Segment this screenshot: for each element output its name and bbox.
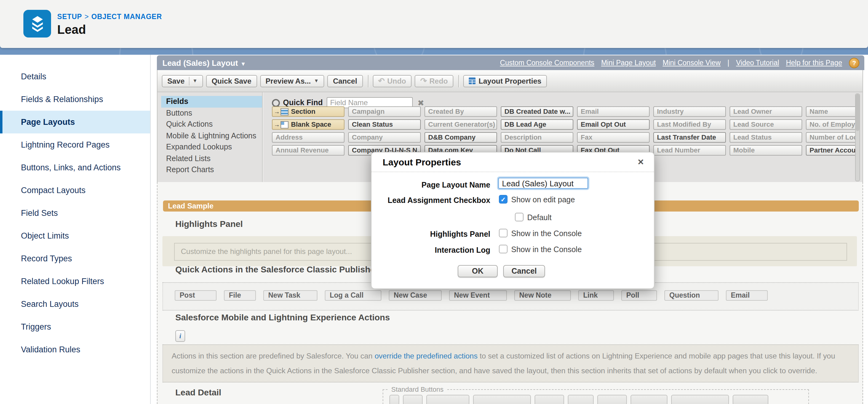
quick-action-post[interactable]: Post bbox=[175, 290, 217, 301]
field-item[interactable]: Name bbox=[806, 106, 856, 117]
scrollbar-thumb[interactable] bbox=[856, 94, 859, 131]
sidebar-item-fields-relationships[interactable]: Fields & Relationships bbox=[0, 88, 150, 111]
mini-page-layout-link[interactable]: Mini Page Layout bbox=[601, 59, 656, 66]
standard-button[interactable] bbox=[597, 395, 627, 404]
standard-button[interactable] bbox=[390, 395, 399, 404]
show-on-edit-page-checkbox[interactable]: ✓ bbox=[499, 195, 507, 204]
sidebar-item-validation-rules[interactable]: Validation Rules bbox=[0, 338, 150, 361]
field-item[interactable]: Number of Locatio bbox=[806, 132, 856, 143]
field-item[interactable]: Current Generator(s) bbox=[425, 119, 497, 130]
ok-button[interactable]: OK bbox=[458, 265, 498, 277]
standard-button[interactable] bbox=[568, 395, 594, 404]
page-layout-name-input[interactable] bbox=[498, 178, 588, 189]
field-item[interactable]: Lead Status bbox=[730, 132, 802, 143]
standard-button[interactable] bbox=[534, 395, 564, 404]
palette-category-related-lists[interactable]: Related Lists bbox=[161, 153, 262, 164]
standard-button[interactable] bbox=[630, 395, 668, 404]
field-item-blank-space[interactable]: →Blank Space bbox=[272, 119, 344, 130]
palette-category-fields[interactable]: Fields bbox=[161, 96, 262, 107]
standard-button[interactable] bbox=[426, 395, 469, 404]
sidebar-item-record-types[interactable]: Record Types bbox=[0, 247, 150, 270]
sidebar-item-buttons-links-actions[interactable]: Buttons, Links, and Actions bbox=[0, 156, 150, 179]
info-icon[interactable]: i bbox=[175, 330, 185, 342]
field-item[interactable]: Lead Source bbox=[730, 119, 802, 130]
custom-console-components-link[interactable]: Custom Console Components bbox=[500, 59, 594, 66]
layout-properties-button[interactable]: Layout Properties bbox=[463, 75, 547, 87]
field-item[interactable]: Annual Revenue bbox=[272, 145, 344, 156]
quick-action-file[interactable]: File bbox=[224, 290, 256, 301]
field-item[interactable]: Lead Number bbox=[653, 145, 726, 156]
sidebar-item-field-sets[interactable]: Field Sets bbox=[0, 202, 150, 224]
field-item[interactable]: Description bbox=[501, 132, 574, 143]
quick-action-new-event[interactable]: New Event bbox=[449, 290, 507, 301]
quick-action-new-case[interactable]: New Case bbox=[389, 290, 442, 301]
field-item[interactable]: Industry bbox=[653, 106, 726, 117]
quick-save-button[interactable]: Quick Save bbox=[206, 75, 257, 87]
field-item[interactable]: Campaign bbox=[348, 106, 421, 117]
field-item[interactable]: Last Transfer Date bbox=[653, 132, 726, 143]
palette-scrollbar[interactable] bbox=[855, 93, 860, 181]
palette-category-buttons[interactable]: Buttons bbox=[161, 107, 262, 119]
interaction-log-show-in-console-checkbox[interactable] bbox=[499, 245, 507, 253]
field-item[interactable]: Email Opt Out bbox=[577, 119, 650, 130]
standard-button[interactable] bbox=[671, 395, 729, 404]
dialog-cancel-button[interactable]: Cancel bbox=[503, 265, 545, 277]
preview-as-button[interactable]: Preview As...▼ bbox=[260, 75, 324, 87]
field-item[interactable]: Clean Status bbox=[348, 119, 421, 130]
sidebar-item-lightning-record-pages[interactable]: Lightning Record Pages bbox=[0, 133, 150, 156]
help-for-this-page-link[interactable]: Help for this Page bbox=[786, 59, 842, 66]
field-item[interactable]: Mobile bbox=[730, 145, 802, 156]
sidebar-item-triggers[interactable]: Triggers bbox=[0, 315, 150, 338]
sidebar-item-page-layouts[interactable]: Page Layouts bbox=[0, 111, 150, 133]
standard-button[interactable] bbox=[733, 395, 768, 404]
quick-action-question[interactable]: Question bbox=[664, 290, 718, 301]
quick-action-poll[interactable]: Poll bbox=[621, 290, 657, 301]
breadcrumb-object-manager-link[interactable]: OBJECT MANAGER bbox=[91, 13, 162, 20]
sidebar-item-compact-layouts[interactable]: Compact Layouts bbox=[0, 179, 150, 202]
default-checkbox[interactable] bbox=[515, 213, 524, 221]
help-icon[interactable]: ? bbox=[849, 58, 859, 68]
quick-action-link[interactable]: Link bbox=[578, 290, 614, 301]
cancel-button[interactable]: Cancel bbox=[327, 75, 363, 87]
highlights-show-in-console-checkbox[interactable] bbox=[499, 229, 507, 237]
breadcrumb-setup-link[interactable]: SETUP bbox=[57, 13, 82, 20]
field-item[interactable]: Email bbox=[577, 106, 650, 117]
sidebar-item-object-limits[interactable]: Object Limits bbox=[0, 224, 150, 247]
standard-button[interactable] bbox=[473, 395, 531, 404]
field-item[interactable]: Company bbox=[348, 132, 421, 143]
palette-category-expanded-lookups[interactable]: Expanded Lookups bbox=[161, 142, 262, 153]
override-predefined-actions-link[interactable]: override the predefined actions bbox=[375, 352, 478, 360]
layout-name-dropdown[interactable]: Lead (Sales) Layout▼ bbox=[162, 58, 246, 67]
redo-button[interactable]: ↷Redo bbox=[414, 75, 454, 87]
field-item[interactable]: DB Lead Age bbox=[501, 119, 574, 130]
field-item-section[interactable]: →Section bbox=[272, 106, 344, 117]
sidebar-item-related-lookup-filters[interactable]: Related Lookup Filters bbox=[0, 270, 150, 293]
palette-category-mobile-lightning-actions[interactable]: Mobile & Lightning Actions bbox=[161, 130, 262, 142]
sidebar-item-details[interactable]: Details bbox=[0, 65, 150, 88]
close-icon[interactable]: ✕ bbox=[635, 156, 647, 168]
field-item[interactable]: Created By bbox=[425, 106, 497, 117]
field-item[interactable]: D&B Company bbox=[425, 132, 497, 143]
field-item[interactable]: DB Created Date w... bbox=[501, 106, 574, 117]
quick-action-new-note[interactable]: New Note bbox=[514, 290, 571, 301]
video-tutorial-link[interactable]: Video Tutorial bbox=[736, 59, 779, 66]
field-item[interactable]: Address bbox=[272, 132, 344, 143]
quick-action-new-task[interactable]: New Task bbox=[263, 290, 317, 301]
standard-button[interactable] bbox=[403, 395, 423, 404]
mini-console-view-link[interactable]: Mini Console View bbox=[662, 59, 721, 66]
palette-category-quick-actions[interactable]: Quick Actions bbox=[161, 119, 262, 130]
field-item[interactable]: No. of Employees bbox=[806, 119, 856, 130]
field-item[interactable]: Last Modified By bbox=[653, 119, 726, 130]
lead-assignment-checkbox-label: Lead Assignment Checkbox bbox=[388, 196, 490, 205]
field-item[interactable]: Fax bbox=[577, 132, 650, 143]
field-item[interactable]: Partner Account bbox=[806, 145, 856, 156]
sidebar-item-search-layouts[interactable]: Search Layouts bbox=[0, 293, 150, 315]
field-item[interactable]: Lead Owner bbox=[730, 106, 802, 117]
save-button[interactable]: Save▼ bbox=[162, 75, 203, 87]
quick-action-email[interactable]: Email bbox=[726, 290, 768, 301]
description-text: Actions in this section are predefined b… bbox=[172, 352, 375, 360]
undo-button[interactable]: ↶Undo bbox=[372, 75, 411, 87]
palette-category-report-charts[interactable]: Report Charts bbox=[161, 164, 262, 176]
quick-action-log-a-call[interactable]: Log a Call bbox=[325, 290, 381, 301]
clear-search-icon[interactable]: ✖ bbox=[417, 99, 424, 107]
